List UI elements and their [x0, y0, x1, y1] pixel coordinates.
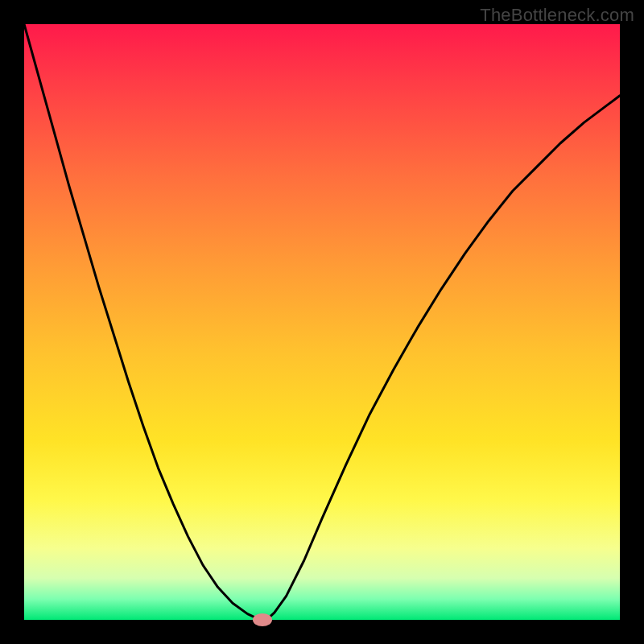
- chart-plot-area: [24, 24, 620, 620]
- bottleneck-chart: [0, 0, 644, 644]
- optimum-marker: [253, 613, 272, 626]
- chart-svg: [0, 0, 644, 644]
- watermark-text: TheBottleneck.com: [480, 5, 634, 26]
